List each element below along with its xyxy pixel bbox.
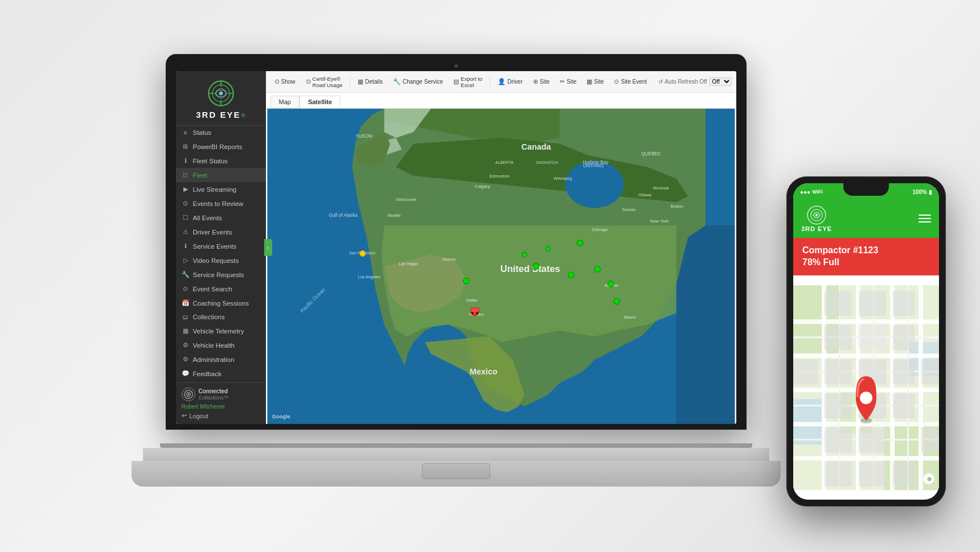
svg-text:Calgary: Calgary — [474, 184, 490, 189]
svg-point-54 — [594, 266, 600, 272]
sidebar-item-administration[interactable]: ⚙Administration — [176, 352, 266, 366]
export-button[interactable]: ▤ Export toExcel — [449, 74, 486, 90]
sidebar-label-event-search: Event Search — [193, 286, 232, 293]
hamburger-line-2 — [919, 218, 931, 219]
sidebar-item-driver-events[interactable]: ⚠Driver Events — [176, 225, 266, 239]
alert-subtitle: 78% Full — [802, 257, 930, 269]
site3-label: Site — [594, 79, 604, 85]
toolbar-right: ↺ Auto Refresh Off Off 30s 60s — [658, 77, 731, 86]
site2-icon: ✏ — [560, 78, 565, 85]
svg-text:Dallas: Dallas — [466, 298, 477, 303]
site2-button[interactable]: ✏ Site — [556, 76, 580, 87]
logout-button[interactable]: ↩ Logout — [182, 412, 260, 419]
signal-bars: ●●● — [800, 189, 810, 195]
sidebar: 3RD EYE ® ≡Status⊞PowerBI ReportsℹFleet … — [176, 71, 266, 424]
wifi-icon: WiFi — [812, 189, 823, 195]
svg-rect-15 — [676, 225, 735, 424]
sidebar-collapse-button[interactable]: ‹ — [264, 239, 272, 256]
sep1 — [350, 76, 350, 88]
user-name: Robert Mitchener — [182, 403, 260, 410]
svg-text:Montreal: Montreal — [653, 186, 669, 191]
refresh-icon: ↺ — [658, 79, 663, 85]
svg-point-12 — [187, 393, 190, 396]
svg-rect-95 — [825, 325, 852, 350]
connected-collections: Connected Collections™ — [182, 388, 260, 401]
sidebar-label-collections: Collections — [193, 314, 225, 320]
svg-text:ALBERTA: ALBERTA — [495, 160, 513, 165]
svg-text:⊕: ⊕ — [927, 476, 932, 482]
map-area[interactable]: Canada YUKON ALBERTA SASKATCH. ONTARIO Q… — [266, 109, 736, 424]
svg-point-113 — [860, 392, 872, 404]
certif-icon: ⊙ — [306, 78, 311, 85]
svg-rect-94 — [893, 291, 915, 316]
sep2 — [490, 76, 490, 88]
svg-text:Vancouver: Vancouver — [396, 197, 417, 202]
sidebar-label-live-streaming: Live Streaming — [193, 186, 237, 193]
hamburger-line-3 — [919, 221, 931, 223]
sidebar-label-service-requests: Service Requests — [193, 271, 244, 278]
svg-point-56 — [568, 272, 573, 278]
export-icon: ▤ — [453, 78, 459, 85]
phone-battery: 100% ▮ — [912, 189, 932, 195]
powerbi-nav-icon: ⊞ — [182, 143, 190, 150]
svg-rect-110 — [859, 462, 886, 487]
phone: ●●● WiFi 100% ▮ — [786, 176, 946, 506]
certif-eye-button[interactable]: ⊙ Certif-Eye®Road Usage — [302, 74, 347, 90]
sidebar-label-powerbi: PowerBI Reports — [193, 143, 243, 150]
sidebar-item-feedback[interactable]: 💬Feedback — [176, 366, 266, 381]
sidebar-item-vehicle-telemetry[interactable]: ▦Vehicle Telemetry — [176, 324, 266, 338]
sidebar-item-video-requests[interactable]: ▷Video Requests — [176, 253, 266, 267]
svg-text:United States: United States — [500, 263, 560, 274]
svg-text:Edmonton: Edmonton — [489, 174, 509, 179]
map-tab[interactable]: Map — [270, 96, 300, 108]
svg-text:Los Angeles: Los Angeles — [358, 275, 380, 279]
svg-text:Canada: Canada — [521, 142, 551, 151]
sidebar-item-service-requests[interactable]: 🔧Service Requests — [176, 267, 266, 282]
sidebar-item-events-review[interactable]: ⊙Events to Review — [176, 196, 266, 211]
site1-button[interactable]: ⊕ Site — [529, 76, 553, 87]
sidebar-item-collections[interactable]: 🗂Collections — [176, 310, 266, 324]
phone-notch — [843, 183, 889, 196]
battery-label: 100% — [912, 189, 927, 195]
sidebar-item-coaching[interactable]: 📅Coaching Sessions — [176, 296, 266, 310]
driver-label: Driver — [507, 79, 523, 85]
sidebar-label-all-events: All Events — [193, 215, 222, 221]
svg-rect-77 — [793, 353, 939, 358]
sidebar-item-fleet[interactable]: ⊡Fleet — [176, 168, 266, 182]
sidebar-item-powerbi[interactable]: ⊞PowerBI Reports — [176, 139, 266, 154]
details-button[interactable]: ▦ Details — [354, 76, 387, 87]
svg-point-51 — [463, 278, 469, 284]
sidebar-nav: ≡Status⊞PowerBI ReportsℹFleet Status⊡Fle… — [176, 126, 266, 382]
phone-screen: ●●● WiFi 100% ▮ — [793, 183, 939, 500]
svg-text:Gulf of Alaska: Gulf of Alaska — [329, 213, 358, 218]
hamburger-menu-button[interactable] — [919, 215, 931, 223]
svg-text:Ottawa: Ottawa — [638, 193, 651, 197]
sidebar-item-all-events[interactable]: ☐All Events — [176, 211, 266, 225]
scene: 3RD EYE ® ≡Status⊞PowerBI ReportsℹFleet … — [0, 0, 980, 552]
administration-nav-icon: ⚙ — [182, 356, 190, 363]
site3-button[interactable]: ▦ Site — [583, 76, 608, 87]
sidebar-label-vehicle-health: Vehicle Health — [193, 342, 235, 349]
svg-point-59 — [471, 312, 473, 314]
sidebar-item-event-search[interactable]: ⊙Event Search — [176, 282, 266, 296]
sidebar-item-status[interactable]: ≡Status — [176, 126, 266, 139]
sidebar-item-fleet-status[interactable]: ℹFleet Status — [176, 154, 266, 168]
driver-button[interactable]: 👤 Driver — [494, 76, 527, 87]
show-button[interactable]: ⊙ Show — [270, 76, 300, 87]
refresh-dropdown[interactable]: Off 30s 60s — [710, 77, 732, 86]
change-service-button[interactable]: 🔧 Change Service — [389, 76, 447, 87]
laptop: 3RD EYE ® ≡Status⊞PowerBI ReportsℹFleet … — [143, 54, 769, 498]
laptop-bottom — [132, 461, 781, 487]
site-event-button[interactable]: ⊙ Site Event — [610, 76, 651, 87]
satellite-tab[interactable]: Satellite — [300, 96, 341, 108]
sidebar-item-service-events[interactable]: ℹService Events — [176, 239, 266, 253]
status-nav-icon: ≡ — [182, 129, 190, 136]
svg-text:Mexico: Mexico — [469, 367, 497, 376]
svg-rect-98 — [793, 359, 818, 384]
svg-text:QUEBEC: QUEBEC — [641, 151, 661, 156]
sidebar-item-live-streaming[interactable]: ▶Live Streaming — [176, 182, 266, 196]
phone-map[interactable]: ⊕ — [793, 275, 939, 500]
sidebar-item-vehicle-health[interactable]: ⚙Vehicle Health — [176, 338, 266, 352]
hamburger-line-1 — [919, 215, 931, 216]
laptop-bezel: 3RD EYE ® ≡Status⊞PowerBI ReportsℹFleet … — [166, 54, 747, 430]
